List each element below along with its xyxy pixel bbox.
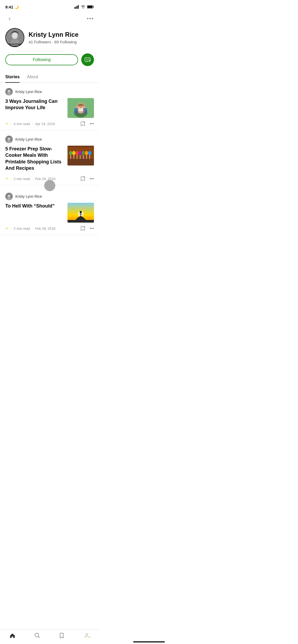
wifi-icon <box>81 5 85 9</box>
story-author-row-1: Kristy Lynn Rice <box>5 88 94 95</box>
read-time-2: 2 min read <box>14 177 30 181</box>
svg-point-54 <box>7 197 11 200</box>
story-content-1: 3 Ways Journaling Can Improve Your Life <box>5 98 94 118</box>
svg-rect-3 <box>78 5 79 9</box>
read-time-3: 2 min read <box>14 227 30 231</box>
more-button-1[interactable]: ••• <box>89 121 94 126</box>
bookmark-button-2[interactable] <box>80 176 85 181</box>
story-title-2[interactable]: 5 Freezer Prep Slow-Cooker Meals With Pr… <box>5 146 64 171</box>
svg-point-59 <box>80 211 82 213</box>
avatar-label: PaidWrite <box>6 44 24 47</box>
story-text-1: 3 Ways Journaling Can Improve Your Life <box>5 98 64 113</box>
svg-rect-49 <box>89 155 90 159</box>
svg-point-48 <box>88 151 91 155</box>
svg-rect-6 <box>93 6 94 7</box>
member-star-1: ✦ <box>5 122 8 126</box>
svg-rect-7 <box>88 6 92 8</box>
story-thumb-1 <box>67 98 94 118</box>
journaling-image <box>67 98 94 118</box>
story-avatar-2 <box>5 136 13 143</box>
nav-bar: ‹ ••• <box>0 12 99 25</box>
tab-stories[interactable]: Stories <box>5 71 20 82</box>
date-1: Apr 24, 2018 <box>35 122 55 126</box>
avatar: PaidWrite <box>5 28 24 47</box>
action-row: Following <box>0 51 99 71</box>
svg-point-46 <box>85 151 88 155</box>
story-author-row-3: Kristy Lynn Rice <box>5 193 94 200</box>
svg-rect-43 <box>80 155 80 159</box>
status-icons <box>74 5 94 9</box>
svg-point-10 <box>12 33 17 39</box>
should-image <box>67 203 94 223</box>
story-card-3: Kristy Lynn Rice To Hell With “Should” <box>0 185 99 235</box>
profile-info: Kristy Lynn Rice 41 Followers · 89 Follo… <box>29 31 94 44</box>
date-2: Feb 28, 2018 <box>35 177 56 181</box>
story-meta-left-3: ✦ · 2 min read · Feb 28, 2018 <box>5 226 55 231</box>
bookmark-button-3[interactable] <box>80 226 85 231</box>
story-author-row-2: Kristy Lynn Rice <box>5 136 94 143</box>
svg-rect-0 <box>74 7 75 9</box>
member-star-3: ✦ <box>5 226 8 231</box>
story-meta-left-1: ✦ · 4 min read · Apr 24, 2018 <box>5 122 55 126</box>
svg-rect-45 <box>83 155 84 159</box>
tab-about[interactable]: About <box>27 71 38 82</box>
story-meta-right-1: ••• <box>80 121 94 126</box>
story-title-1[interactable]: 3 Ways Journaling Can Improve Your Life <box>5 98 64 111</box>
svg-point-4 <box>83 8 83 8</box>
stories-list: Kristy Lynn Rice 3 Ways Journaling Can I… <box>0 83 99 256</box>
signal-icon <box>74 5 79 9</box>
svg-rect-12 <box>85 58 90 61</box>
story-author-2: Kristy Lynn Rice <box>15 137 42 141</box>
back-button[interactable]: ‹ <box>5 14 14 23</box>
svg-rect-1 <box>76 7 76 9</box>
story-author-1: Kristy Lynn Rice <box>15 90 42 94</box>
story-card-2: Kristy Lynn Rice 5 Freezer Prep Slow-Coo… <box>0 130 99 185</box>
svg-point-33 <box>7 140 11 143</box>
freezer-image <box>67 146 94 165</box>
moon-icon: 🌙 <box>14 5 19 9</box>
bookmark-button-1[interactable] <box>80 121 85 126</box>
svg-point-40 <box>75 151 79 155</box>
svg-point-18 <box>7 92 11 95</box>
message-button[interactable] <box>81 53 94 66</box>
svg-rect-27 <box>74 108 78 113</box>
svg-point-38 <box>72 151 75 155</box>
story-author-3: Kristy Lynn Rice <box>15 194 42 199</box>
svg-rect-39 <box>74 155 74 159</box>
story-meta-right-3: ••• <box>80 226 94 231</box>
svg-rect-41 <box>77 155 77 159</box>
svg-point-36 <box>69 151 72 155</box>
svg-line-13 <box>86 62 87 62</box>
story-thumb-3 <box>67 203 94 223</box>
story-card-1: Kristy Lynn Rice 3 Ways Journaling Can I… <box>0 83 99 130</box>
story-avatar-1 <box>5 88 13 95</box>
svg-rect-37 <box>70 155 71 159</box>
more-button-2[interactable]: ••• <box>89 176 94 181</box>
message-icon <box>85 57 91 62</box>
profile-name: Kristy Lynn Rice <box>29 31 94 39</box>
story-text-2: 5 Freezer Prep Slow-Cooker Meals With Pr… <box>5 146 64 173</box>
story-title-3[interactable]: To Hell With “Should” <box>5 203 64 209</box>
story-avatar-3 <box>5 193 13 200</box>
svg-rect-47 <box>86 155 87 159</box>
svg-rect-28 <box>83 108 87 113</box>
tabs: Stories About <box>0 71 99 83</box>
following-button[interactable]: Following <box>5 54 78 65</box>
svg-point-42 <box>79 151 82 155</box>
more-button[interactable]: ••• <box>87 16 94 22</box>
story-thumb-2 <box>67 146 94 165</box>
following-count: 89 Following <box>55 40 77 44</box>
story-content-3: To Hell With “Should” <box>5 203 94 223</box>
story-meta-row-3: ✦ · 2 min read · Feb 28, 2018 ••• <box>5 223 94 235</box>
story-content-2: 5 Freezer Prep Slow-Cooker Meals With Pr… <box>5 146 94 173</box>
story-meta-right-2: ••• <box>80 176 94 181</box>
story-meta-row-1: ✦ · 4 min read · Apr 24, 2018 ••• <box>5 118 94 130</box>
followers-count: 41 Followers <box>29 40 51 44</box>
battery-icon <box>87 5 94 9</box>
status-time: 9:41 <box>5 5 13 9</box>
status-bar: 9:41 🌙 <box>0 0 99 12</box>
member-star-2: ✦ <box>5 177 8 181</box>
stats-separator: · <box>52 40 53 44</box>
svg-rect-2 <box>77 6 78 9</box>
more-button-3[interactable]: ••• <box>89 226 94 231</box>
